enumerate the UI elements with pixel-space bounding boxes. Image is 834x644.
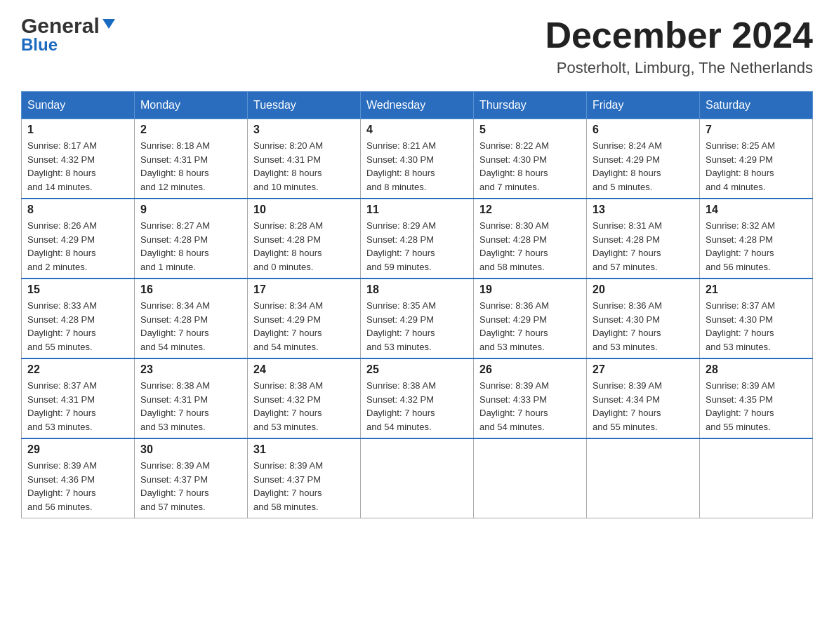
day-info: Sunrise: 8:39 AMSunset: 4:34 PMDaylight:… — [593, 379, 694, 434]
table-row: 9 Sunrise: 8:27 AMSunset: 4:28 PMDayligh… — [135, 199, 248, 279]
day-info: Sunrise: 8:39 AMSunset: 4:37 PMDaylight:… — [140, 459, 241, 514]
day-number: 27 — [593, 363, 694, 376]
day-number: 21 — [706, 283, 807, 296]
table-row: 18 Sunrise: 8:35 AMSunset: 4:29 PMDaylig… — [361, 279, 474, 358]
day-info: Sunrise: 8:39 AMSunset: 4:36 PMDaylight:… — [27, 459, 128, 514]
table-row: 20 Sunrise: 8:36 AMSunset: 4:30 PMDaylig… — [587, 279, 700, 358]
table-row: 14 Sunrise: 8:32 AMSunset: 4:28 PMDaylig… — [700, 199, 813, 279]
table-row: 19 Sunrise: 8:36 AMSunset: 4:29 PMDaylig… — [474, 279, 587, 358]
day-info: Sunrise: 8:32 AMSunset: 4:28 PMDaylight:… — [706, 219, 807, 274]
day-info: Sunrise: 8:21 AMSunset: 4:30 PMDaylight:… — [366, 139, 468, 194]
location: Posterholt, Limburg, The Netherlands — [545, 59, 813, 77]
day-info: Sunrise: 8:27 AMSunset: 4:28 PMDaylight:… — [140, 219, 241, 274]
table-row: 11 Sunrise: 8:29 AMSunset: 4:28 PMDaylig… — [361, 199, 474, 279]
day-number: 13 — [593, 203, 694, 216]
day-info: Sunrise: 8:30 AMSunset: 4:28 PMDaylight:… — [479, 219, 581, 274]
col-thursday: Thursday — [474, 92, 587, 119]
day-info: Sunrise: 8:24 AMSunset: 4:29 PMDaylight:… — [593, 139, 694, 194]
col-tuesday: Tuesday — [248, 92, 361, 119]
day-number: 15 — [27, 283, 128, 296]
table-row: 13 Sunrise: 8:31 AMSunset: 4:28 PMDaylig… — [587, 199, 700, 279]
col-monday: Monday — [135, 92, 248, 119]
day-info: Sunrise: 8:36 AMSunset: 4:29 PMDaylight:… — [479, 299, 581, 354]
table-row: 30 Sunrise: 8:39 AMSunset: 4:37 PMDaylig… — [135, 438, 248, 518]
day-info: Sunrise: 8:38 AMSunset: 4:32 PMDaylight:… — [253, 379, 355, 434]
logo-general-text: General — [21, 14, 100, 38]
table-row — [587, 438, 700, 518]
calendar-week-row: 15 Sunrise: 8:33 AMSunset: 4:28 PMDaylig… — [22, 279, 813, 358]
month-title: December 2024 — [545, 14, 813, 56]
table-row: 31 Sunrise: 8:39 AMSunset: 4:37 PMDaylig… — [248, 438, 361, 518]
day-info: Sunrise: 8:39 AMSunset: 4:33 PMDaylight:… — [479, 379, 581, 434]
table-row: 15 Sunrise: 8:33 AMSunset: 4:28 PMDaylig… — [22, 279, 135, 358]
day-number: 18 — [366, 283, 468, 296]
day-number: 10 — [253, 203, 355, 216]
day-info: Sunrise: 8:38 AMSunset: 4:32 PMDaylight:… — [366, 379, 468, 434]
day-info: Sunrise: 8:35 AMSunset: 4:29 PMDaylight:… — [366, 299, 468, 354]
day-number: 24 — [253, 363, 355, 376]
table-row: 26 Sunrise: 8:39 AMSunset: 4:33 PMDaylig… — [474, 358, 587, 438]
day-info: Sunrise: 8:39 AMSunset: 4:37 PMDaylight:… — [253, 459, 355, 514]
day-number: 22 — [27, 363, 128, 376]
table-row: 10 Sunrise: 8:28 AMSunset: 4:28 PMDaylig… — [248, 199, 361, 279]
day-info: Sunrise: 8:29 AMSunset: 4:28 PMDaylight:… — [366, 219, 468, 274]
day-number: 25 — [366, 363, 468, 376]
day-number: 29 — [27, 443, 128, 456]
table-row: 23 Sunrise: 8:38 AMSunset: 4:31 PMDaylig… — [135, 358, 248, 438]
table-row: 6 Sunrise: 8:24 AMSunset: 4:29 PMDayligh… — [587, 119, 700, 199]
table-row: 3 Sunrise: 8:20 AMSunset: 4:31 PMDayligh… — [248, 119, 361, 199]
table-row — [361, 438, 474, 518]
col-saturday: Saturday — [700, 92, 813, 119]
table-row: 17 Sunrise: 8:34 AMSunset: 4:29 PMDaylig… — [248, 279, 361, 358]
day-number: 1 — [27, 123, 128, 136]
table-row: 22 Sunrise: 8:37 AMSunset: 4:31 PMDaylig… — [22, 358, 135, 438]
table-row: 27 Sunrise: 8:39 AMSunset: 4:34 PMDaylig… — [587, 358, 700, 438]
calendar-week-row: 22 Sunrise: 8:37 AMSunset: 4:31 PMDaylig… — [22, 358, 813, 438]
page-header: General Blue December 2024 Posterholt, L… — [21, 14, 813, 77]
day-info: Sunrise: 8:26 AMSunset: 4:29 PMDaylight:… — [27, 219, 128, 274]
day-info: Sunrise: 8:37 AMSunset: 4:31 PMDaylight:… — [27, 379, 128, 434]
calendar-week-row: 8 Sunrise: 8:26 AMSunset: 4:29 PMDayligh… — [22, 199, 813, 279]
day-number: 8 — [27, 203, 128, 216]
table-row: 12 Sunrise: 8:30 AMSunset: 4:28 PMDaylig… — [474, 199, 587, 279]
title-section: December 2024 Posterholt, Limburg, The N… — [545, 14, 813, 77]
day-info: Sunrise: 8:31 AMSunset: 4:28 PMDaylight:… — [593, 219, 694, 274]
day-info: Sunrise: 8:38 AMSunset: 4:31 PMDaylight:… — [140, 379, 241, 434]
day-number: 12 — [479, 203, 581, 216]
table-row: 16 Sunrise: 8:34 AMSunset: 4:28 PMDaylig… — [135, 279, 248, 358]
day-number: 31 — [253, 443, 355, 456]
table-row — [474, 438, 587, 518]
day-number: 14 — [706, 203, 807, 216]
day-number: 23 — [140, 363, 241, 376]
table-row: 1 Sunrise: 8:17 AMSunset: 4:32 PMDayligh… — [22, 119, 135, 199]
logo-arrow-icon — [101, 16, 117, 32]
day-number: 28 — [706, 363, 807, 376]
day-info: Sunrise: 8:18 AMSunset: 4:31 PMDaylight:… — [140, 139, 241, 194]
day-number: 20 — [593, 283, 694, 296]
table-row: 28 Sunrise: 8:39 AMSunset: 4:35 PMDaylig… — [700, 358, 813, 438]
day-info: Sunrise: 8:28 AMSunset: 4:28 PMDaylight:… — [253, 219, 355, 274]
day-info: Sunrise: 8:22 AMSunset: 4:30 PMDaylight:… — [479, 139, 581, 194]
table-row — [700, 438, 813, 518]
day-number: 3 — [253, 123, 355, 136]
day-info: Sunrise: 8:34 AMSunset: 4:29 PMDaylight:… — [253, 299, 355, 354]
table-row: 7 Sunrise: 8:25 AMSunset: 4:29 PMDayligh… — [700, 119, 813, 199]
calendar-week-row: 1 Sunrise: 8:17 AMSunset: 4:32 PMDayligh… — [22, 119, 813, 199]
day-number: 9 — [140, 203, 241, 216]
logo-blue-text: Blue — [21, 35, 58, 55]
calendar-week-row: 29 Sunrise: 8:39 AMSunset: 4:36 PMDaylig… — [22, 438, 813, 518]
day-number: 16 — [140, 283, 241, 296]
day-number: 5 — [479, 123, 581, 136]
day-info: Sunrise: 8:39 AMSunset: 4:35 PMDaylight:… — [706, 379, 807, 434]
calendar-table: Sunday Monday Tuesday Wednesday Thursday… — [21, 91, 813, 518]
day-number: 6 — [593, 123, 694, 136]
col-wednesday: Wednesday — [361, 92, 474, 119]
table-row: 4 Sunrise: 8:21 AMSunset: 4:30 PMDayligh… — [361, 119, 474, 199]
day-info: Sunrise: 8:33 AMSunset: 4:28 PMDaylight:… — [27, 299, 128, 354]
calendar-header-row: Sunday Monday Tuesday Wednesday Thursday… — [22, 92, 813, 119]
day-number: 11 — [366, 203, 468, 216]
table-row: 2 Sunrise: 8:18 AMSunset: 4:31 PMDayligh… — [135, 119, 248, 199]
day-number: 19 — [479, 283, 581, 296]
day-info: Sunrise: 8:36 AMSunset: 4:30 PMDaylight:… — [593, 299, 694, 354]
col-friday: Friday — [587, 92, 700, 119]
